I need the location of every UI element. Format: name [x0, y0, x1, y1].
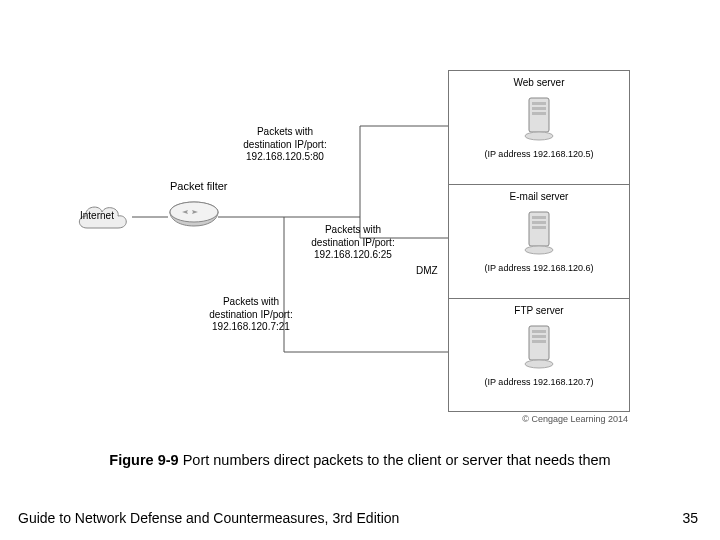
- svg-rect-15: [532, 102, 546, 105]
- svg-point-18: [525, 132, 553, 140]
- packet-label-ftp: Packets with destination IP/port: 192.16…: [196, 296, 306, 334]
- network-diagram: Internet Packet filter Packets with dest…: [0, 0, 720, 430]
- packet-label-web: Packets with destination IP/port: 192.16…: [230, 126, 340, 164]
- text: destination IP/port:: [311, 237, 394, 248]
- svg-rect-21: [532, 221, 546, 224]
- server-cell-ftp: FTP server (IP address 192.168.120.7): [449, 299, 629, 412]
- text: destination IP/port:: [243, 139, 326, 150]
- packet-filter-label: Packet filter: [170, 180, 227, 192]
- text: 192.168.120.5:80: [246, 151, 324, 162]
- text: destination IP/port:: [209, 309, 292, 320]
- caption-text: Port numbers direct packets to the clien…: [179, 452, 611, 468]
- svg-rect-27: [532, 340, 546, 343]
- svg-rect-20: [532, 216, 546, 219]
- internet-label: Internet: [80, 210, 114, 221]
- text: 192.168.120.6:25: [314, 249, 392, 260]
- svg-point-28: [525, 360, 553, 368]
- svg-rect-17: [532, 112, 546, 115]
- server-ip: (IP address 192.168.120.7): [449, 377, 629, 387]
- server-ip: (IP address 192.168.120.6): [449, 263, 629, 273]
- server-title: Web server: [449, 71, 629, 88]
- server-icon: [449, 320, 629, 373]
- svg-rect-22: [532, 226, 546, 229]
- packet-label-mail: Packets with destination IP/port: 192.16…: [298, 224, 408, 262]
- server-ip: (IP address 192.168.120.5): [449, 149, 629, 159]
- server-title: FTP server: [449, 299, 629, 316]
- text: 192.168.120.7:21: [212, 321, 290, 332]
- text: Packets with: [223, 296, 279, 307]
- server-title: E-mail server: [449, 185, 629, 202]
- dmz-box: Web server (IP address 192.168.120.5) E-…: [448, 70, 630, 412]
- footer-book-title: Guide to Network Defense and Countermeas…: [18, 510, 399, 526]
- figure-caption: Figure 9-9 Port numbers direct packets t…: [0, 452, 720, 468]
- copyright-text: © Cengage Learning 2014: [522, 414, 628, 424]
- router-icon: [168, 198, 220, 235]
- svg-point-23: [525, 246, 553, 254]
- footer-page-number: 35: [682, 510, 698, 526]
- svg-rect-16: [532, 107, 546, 110]
- text: Packets with: [325, 224, 381, 235]
- server-icon: [449, 206, 629, 259]
- server-icon: [449, 92, 629, 145]
- server-cell-mail: E-mail server (IP address 192.168.120.6): [449, 185, 629, 299]
- server-cell-web: Web server (IP address 192.168.120.5): [449, 71, 629, 185]
- text: Packets with: [257, 126, 313, 137]
- caption-figure-num: Figure 9-9: [109, 452, 178, 468]
- dmz-label: DMZ: [416, 265, 438, 276]
- svg-rect-25: [532, 330, 546, 333]
- svg-rect-26: [532, 335, 546, 338]
